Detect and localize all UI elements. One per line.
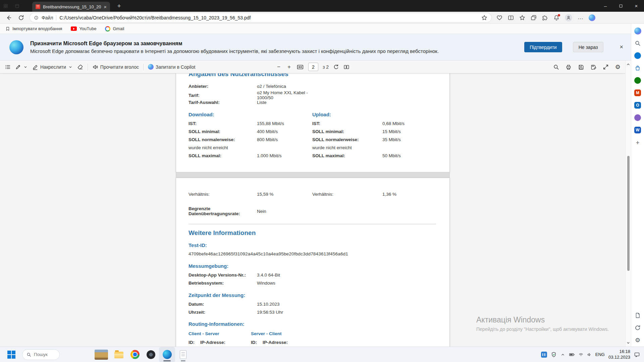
browser-tab[interactable]: Breitbandmessung_15_10_2023_ × bbox=[32, 2, 110, 12]
back-icon[interactable] bbox=[4, 13, 13, 22]
tab-close-icon[interactable]: × bbox=[104, 4, 107, 10]
discover-icon[interactable] bbox=[634, 52, 641, 59]
taskbar-app-document[interactable] bbox=[175, 347, 191, 362]
new-tab-button[interactable]: + bbox=[114, 0, 124, 12]
collections-icon[interactable] bbox=[531, 15, 537, 21]
draw-label: Накреслити bbox=[40, 64, 66, 70]
notifications-icon[interactable] bbox=[553, 15, 559, 21]
start-button[interactable] bbox=[3, 347, 19, 362]
settings-more-icon[interactable]: … bbox=[578, 16, 583, 19]
tray-battery-icon[interactable] bbox=[569, 352, 575, 358]
extensions-icon[interactable] bbox=[542, 15, 548, 21]
pen-tool-button[interactable] bbox=[15, 64, 28, 70]
tray-network-icon[interactable] bbox=[579, 352, 583, 357]
banner-title: Призначити Microsoft Edge браузером за з… bbox=[30, 41, 518, 47]
save-as-icon[interactable] bbox=[590, 64, 596, 70]
zoom-out-button[interactable]: − bbox=[276, 64, 282, 70]
sidebar-settings-gear-icon[interactable]: ⚙ bbox=[634, 337, 641, 344]
scroll-up-icon[interactable] bbox=[626, 62, 631, 67]
tray-shield-icon[interactable] bbox=[551, 352, 557, 358]
taskbar-app-dark[interactable] bbox=[143, 347, 159, 362]
tray-hidden-icons-chevron[interactable] bbox=[560, 352, 565, 357]
table-of-contents-icon[interactable] bbox=[5, 64, 11, 70]
bookmark-gmail[interactable]: Gmail bbox=[105, 26, 124, 32]
page-view-icon[interactable] bbox=[343, 64, 350, 70]
label: SOLL minimal: bbox=[312, 129, 382, 134]
gmail-icon bbox=[105, 26, 110, 32]
dark-app-icon bbox=[147, 350, 155, 359]
confirm-button[interactable]: Підтвердити bbox=[524, 42, 562, 52]
value: o2 My Home XXL Kabel - 1000/50 bbox=[257, 90, 312, 100]
pdf-settings-gear-icon[interactable]: ⚙ bbox=[615, 64, 621, 70]
label: Betriebssystem: bbox=[189, 281, 257, 286]
doc-row: Client - Server Server - Client bbox=[176, 329, 449, 338]
sidebar-sync-icon[interactable] bbox=[634, 324, 641, 331]
section-heading: Weitere Informationen bbox=[176, 228, 449, 238]
url-text[interactable]: C:/Users/vcaba/OneDrive/Робочий%20стіл/B… bbox=[59, 15, 478, 20]
scrollbar-thumb[interactable] bbox=[627, 156, 630, 271]
page-number-input[interactable] bbox=[308, 63, 318, 71]
protocol-chip[interactable]: Файл bbox=[42, 15, 53, 20]
notification-center-icon[interactable] bbox=[634, 352, 640, 358]
label: SOLL normalerweise: bbox=[312, 137, 382, 142]
taskbar-search-input[interactable] bbox=[34, 352, 55, 357]
clock[interactable]: 16:18 03.12.2023 bbox=[608, 349, 630, 360]
read-aloud-button[interactable]: Прочитати вголос bbox=[92, 64, 139, 70]
save-icon[interactable] bbox=[578, 64, 584, 70]
fullscreen-icon[interactable] bbox=[603, 64, 609, 70]
outlook-icon[interactable]: O bbox=[634, 102, 641, 109]
favorites-icon[interactable] bbox=[519, 15, 525, 21]
rotate-icon[interactable] bbox=[333, 64, 339, 70]
not-now-button[interactable]: Не зараз bbox=[573, 42, 604, 52]
taskbar-app-edge[interactable] bbox=[159, 347, 175, 362]
doc-row: Betriebssystem: Windows bbox=[176, 279, 449, 287]
sidebar-search-icon[interactable] bbox=[634, 40, 641, 47]
refresh-icon[interactable] bbox=[17, 13, 25, 22]
draw-tool-button[interactable]: Накреслити bbox=[32, 64, 73, 70]
browser-essentials-icon[interactable] bbox=[496, 15, 502, 21]
banner-body: Microsoft Edge допомагає безпечно працюв… bbox=[30, 48, 518, 54]
language-indicator[interactable]: ENG bbox=[595, 352, 605, 357]
zoom-in-button[interactable]: + bbox=[286, 64, 292, 70]
scroll-down-icon[interactable] bbox=[626, 340, 631, 346]
bookmark-import[interactable]: Імпортувати вподобання bbox=[5, 26, 62, 31]
sidebar-document-icon[interactable] bbox=[634, 312, 641, 319]
pdf-favicon bbox=[36, 4, 40, 9]
taskbar-search[interactable] bbox=[22, 349, 60, 360]
pdf-scrollbar[interactable] bbox=[625, 61, 631, 347]
taskbar-app-file-explorer[interactable] bbox=[111, 347, 127, 362]
maximize-button[interactable] bbox=[613, 0, 629, 12]
tab-actions-icon[interactable] bbox=[11, 0, 23, 12]
banner-close-icon[interactable]: × bbox=[620, 44, 623, 51]
search-icon[interactable] bbox=[553, 64, 559, 70]
upload-heading: Upload: bbox=[312, 112, 382, 117]
split-screen-icon[interactable] bbox=[508, 15, 514, 21]
drop-icon[interactable] bbox=[634, 114, 641, 121]
shopping-icon[interactable] bbox=[634, 64, 641, 72]
close-button[interactable]: × bbox=[629, 0, 644, 12]
print-icon[interactable] bbox=[566, 64, 572, 70]
favorite-star-icon[interactable] bbox=[481, 15, 487, 21]
copilot-icon[interactable] bbox=[634, 27, 641, 35]
taskbar-app-chrome[interactable] bbox=[127, 347, 143, 362]
tray-volume-icon[interactable] bbox=[587, 352, 592, 357]
ask-copilot-button[interactable]: Запитати в Copilot bbox=[148, 64, 195, 70]
workspaces-icon[interactable] bbox=[0, 0, 11, 12]
tray-keyboard-icon[interactable] bbox=[541, 352, 547, 358]
copilot-icon[interactable] bbox=[589, 14, 595, 21]
eraser-icon[interactable] bbox=[77, 64, 83, 70]
games-icon[interactable] bbox=[634, 77, 641, 84]
sidebar-bottom-group: ⚙ bbox=[634, 312, 641, 344]
bookmark-youtube[interactable]: YouTube bbox=[71, 26, 96, 31]
microsoft-365-icon[interactable]: M bbox=[634, 89, 641, 97]
url-field[interactable]: Файл C:/Users/vcaba/OneDrive/Робочий%20с… bbox=[30, 13, 492, 22]
pdf-viewer[interactable]: Angaben des Nutzeranschlusses Anbieter: … bbox=[0, 73, 631, 347]
taskbar-app-photos[interactable] bbox=[92, 347, 111, 362]
minimize-button[interactable]: – bbox=[598, 0, 613, 12]
profile-avatar[interactable] bbox=[565, 14, 572, 21]
add-sidebar-item-icon[interactable]: + bbox=[634, 139, 641, 146]
fit-width-icon[interactable] bbox=[297, 63, 304, 71]
label: Verhältnis: bbox=[312, 192, 382, 197]
client-server-heading: Client - Server bbox=[189, 331, 251, 336]
word-icon[interactable]: W bbox=[634, 126, 641, 134]
